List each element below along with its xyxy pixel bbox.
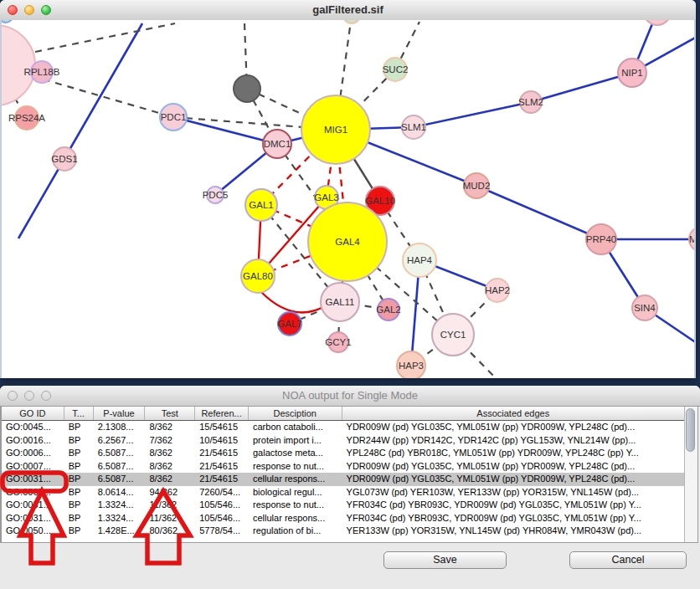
table-row[interactable]: GO:0007...BP6.5087...8/36221/54615respon… [2, 460, 684, 474]
noa-window-title: NOA output for Single Mode [0, 386, 700, 406]
cell-go-id: GO:0007... [2, 460, 64, 474]
cell-description: cellular respons... [249, 512, 342, 525]
table-row[interactable]: GO:0016...BP6.2567...7/36210/54615protei… [2, 434, 684, 448]
node-label-gal10: GAL10 [365, 196, 395, 206]
save-button[interactable]: Save [383, 551, 507, 569]
cell-reference: 21/54615 [195, 447, 249, 460]
table-row[interactable]: GO:0006...BP6.5087...8/36221/54615galact… [2, 447, 684, 460]
node-label-msl1: MSL1 [689, 234, 694, 244]
cell-associated-edges: YDR009W (pd) YGL035C, YML051W (pp) YDR00… [342, 421, 684, 434]
cell-reference: 10/54615 [195, 434, 249, 448]
cell-test: 11/362 [145, 512, 195, 525]
cell-type: BP [64, 447, 94, 460]
zoom-button-inactive[interactable] [41, 391, 51, 401]
noa-output-window: NOA output for Single Mode GO IDT...P-va… [0, 386, 700, 589]
noa-titlebar[interactable]: NOA output for Single Mode [0, 386, 700, 407]
table-body: GO:0045...BP2.1308...8/36215/54615carbon… [2, 421, 684, 538]
node-bignode[interactable] [2, 25, 35, 105]
network-titlebar[interactable]: galFiltered.sif [0, 0, 696, 21]
network-window: galFiltered.sif RPL18BRPS24AGDS1PDC1DMC1… [0, 0, 696, 378]
cell-go-id: GO:0045... [2, 421, 64, 434]
cell-test: 94/362 [145, 486, 195, 499]
cancel-button[interactable]: Cancel [569, 551, 687, 569]
column-header-go-id[interactable]: GO ID [2, 407, 64, 420]
cell-p-value: 2.1308... [94, 421, 146, 434]
cell-go-id: GO:0050... [2, 525, 64, 538]
node-label-gal11: GAL11 [326, 297, 355, 307]
table-row[interactable]: GO:0031...BP1.3324...11/362105/546...cel… [2, 512, 684, 525]
cell-reference: 5778/54... [195, 525, 249, 538]
vertical-scrollbar[interactable] [684, 407, 697, 542]
cell-associated-edges: YER133W (pp) YOR315W, YNL145W (pd) YHR08… [342, 525, 684, 538]
cell-type: BP [64, 525, 94, 538]
node-label-hap4: HAP4 [407, 255, 433, 265]
cell-associated-edges: YDR009W (pd) YGL035C, YML051W (pp) YDR00… [342, 460, 684, 474]
edge-gray-dashed [35, 23, 175, 52]
edge-blue [531, 73, 632, 102]
column-header-desciption[interactable]: Desciption [249, 407, 342, 420]
cell-go-id: GO:0065... [2, 486, 64, 499]
cell-description: protein import i... [249, 434, 342, 448]
cell-description: response to nut... [249, 460, 342, 474]
cell-type: BP [64, 486, 94, 499]
network-canvas[interactable]: RPL18BRPS24AGDS1PDC1DMC1SUC2NIP1SLM2SLM1… [0, 20, 696, 378]
node-tinyblue[interactable] [2, 20, 13, 23]
column-header-referen[interactable]: Referen... [195, 407, 249, 420]
node-label-rps24a: RPS24A [8, 113, 45, 123]
node-label-pdc1: PDC1 [161, 112, 187, 122]
node-label-sin4: SIN4 [634, 303, 656, 313]
cell-test: 8/362 [145, 447, 195, 460]
table-row[interactable]: GO:0050...BP1.428E...80/3625778/54...reg… [2, 525, 684, 538]
cell-p-value: 6.5087... [94, 447, 146, 460]
table-row[interactable]: GO:0045...BP2.1308...8/36215/54615carbon… [2, 421, 684, 434]
scrollbar-thumb[interactable] [686, 408, 695, 452]
table-row[interactable]: GO:0031...BP1.3324...11/362105/546...res… [2, 499, 684, 512]
cell-reference: 105/546... [195, 512, 249, 525]
column-header-test[interactable]: Test [145, 407, 195, 420]
node-label-mig1: MIG1 [324, 125, 347, 135]
network-graph[interactable]: RPL18BRPS24AGDS1PDC1DMC1SUC2NIP1SLM2SLM1… [2, 20, 694, 378]
table-row[interactable]: GO:0065...BP8.0614...94/3627260/54...bio… [2, 486, 684, 499]
node-label-gal80: GAL80 [243, 271, 273, 281]
cell-reference: 15/54615 [195, 421, 249, 434]
node-label-hap3: HAP3 [399, 361, 424, 371]
node-label-gcy1: GCY1 [325, 337, 351, 347]
cell-associated-edges: YFR034C (pd) YBR093C, YDR009W (pd) YGL03… [342, 499, 684, 512]
cell-p-value: 1.3324... [94, 512, 146, 525]
column-header-associated-edges[interactable]: Associated edges [342, 407, 684, 420]
minimize-button-inactive[interactable] [24, 391, 34, 401]
node-label-slm1: SLM1 [401, 122, 426, 132]
cell-p-value: 6.2567... [94, 434, 146, 448]
cell-description: cellular respons... [249, 473, 342, 486]
go-results-table: GO IDT...P-valueTestReferen...Desciption… [0, 406, 698, 543]
zoom-button[interactable] [41, 5, 51, 15]
table-header-row: GO IDT...P-valueTestReferen...Desciption… [2, 407, 684, 421]
close-button[interactable] [8, 5, 18, 15]
cell-type: BP [64, 421, 94, 434]
cell-associated-edges: YFR034C (pd) YBR093C, YDR009W (pd) YGL03… [342, 512, 684, 525]
cell-p-value: 1.3324... [94, 499, 146, 512]
edge-blue [18, 23, 142, 238]
cell-go-id: GO:0031... [2, 473, 64, 486]
cell-reference: 105/546... [195, 499, 249, 512]
cell-type: BP [64, 473, 94, 486]
column-header-t[interactable]: T... [64, 407, 94, 420]
cell-reference: 21/54615 [195, 473, 249, 486]
node-label-prp40: PRP40 [586, 234, 616, 244]
table-row-selected[interactable]: GO:0031...BP6.5087...8/36221/54615cellul… [2, 473, 684, 486]
minimize-button[interactable] [24, 5, 34, 15]
node-greensliver[interactable] [343, 20, 360, 23]
node-label-dmc1: DMC1 [264, 139, 291, 149]
close-button-inactive[interactable] [8, 391, 18, 401]
node-toprightpink[interactable] [644, 20, 671, 25]
cell-test: 8/362 [145, 460, 195, 474]
node-label-nip1: NIP1 [621, 68, 643, 78]
node-graynode[interactable] [234, 75, 260, 102]
cell-type: BP [64, 512, 94, 525]
cell-go-id: GO:0016... [2, 434, 64, 448]
cell-description: biological regul... [249, 486, 342, 499]
cell-reference: 7260/54... [195, 486, 249, 499]
cell-associated-edges: YDR009W (pd) YGL035C, YML051W (pp) YDR00… [342, 473, 684, 486]
node-label-pdc5: PDC5 [203, 190, 229, 200]
column-header-p-value[interactable]: P-value [94, 407, 146, 420]
